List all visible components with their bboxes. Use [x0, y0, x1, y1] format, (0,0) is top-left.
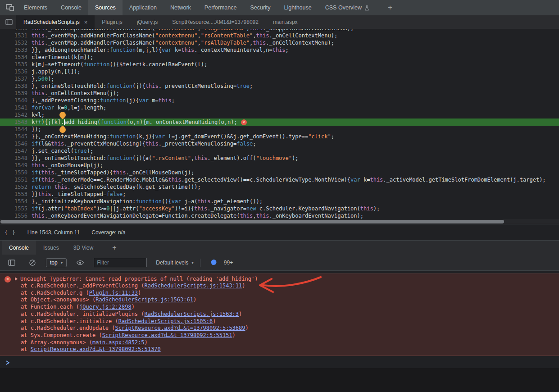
line-number[interactable]: 1548	[0, 155, 32, 162]
log-levels-dropdown[interactable]: Default levels ▾	[156, 260, 194, 266]
line-number[interactable]: 1534	[0, 54, 32, 61]
line-number[interactable]: 1550	[0, 169, 32, 176]
code-line-1553[interactable]: 1553}}this._timeSlotTapped=false;	[0, 191, 559, 198]
code-line-1539[interactable]: 1539this._onCellContextMenu(j);	[0, 90, 559, 97]
file-tab-radschedulerscripts-js[interactable]: RadSchedulerScripts.js×	[16, 15, 95, 29]
code-line-1546[interactable]: 1546if(l&&this._preventCtxMenuClosing){t…	[0, 140, 559, 147]
issues-icon[interactable]	[207, 259, 221, 266]
line-number[interactable]: 1540	[0, 97, 32, 104]
source-link[interactable]: ScriptResource.axd?d…&t=13798092:5:51370	[31, 346, 161, 352]
code-line-1545[interactable]: 1545}},_onContextMenuHiding:function(k,j…	[0, 133, 559, 140]
line-number[interactable]: 1537	[0, 75, 32, 82]
code-line-1544[interactable]: 1544});	[0, 126, 559, 133]
code-line-1534[interactable]: 1534clearTimeout(k[m]);	[0, 54, 559, 61]
line-number[interactable]: 1551	[0, 176, 32, 183]
source-link[interactable]: main.aspx:4852:5	[92, 339, 145, 346]
line-number[interactable]: 1546	[0, 140, 32, 147]
code-line-1549[interactable]: 1549this._onDocMouseUp(j);	[0, 162, 559, 169]
tab-console[interactable]: Console	[54, 0, 88, 15]
line-number[interactable]: 1552	[0, 183, 32, 191]
add-drawer-tab-button[interactable]: +	[107, 244, 122, 252]
line-number[interactable]: 1532	[0, 39, 32, 46]
horizontal-scrollbar[interactable]	[0, 219, 559, 224]
line-number[interactable]: 1541	[0, 104, 32, 111]
line-number[interactable]: 1543	[0, 119, 32, 126]
code-line-1556[interactable]: 1556this._onKeyboardEventNavigationDeleg…	[0, 212, 559, 219]
code-line-1532[interactable]: 1532this._eventMap.addHandlerForClassNam…	[0, 39, 559, 46]
tab-lighthouse[interactable]: Lighthouse	[277, 0, 318, 15]
line-number[interactable]: 1555	[0, 205, 32, 212]
line-number[interactable]: 1538	[0, 82, 32, 90]
console-sidebar-icon[interactable]	[5, 260, 19, 266]
file-tab-plugin-js[interactable]: Plugin.js	[95, 15, 129, 29]
source-link[interactable]: RadSchedulerScripts.js:1563:61	[95, 296, 193, 303]
context-selector[interactable]: top ▾	[46, 258, 67, 267]
line-number[interactable]: 1530	[0, 29, 32, 32]
scrollbar-thumb[interactable]	[0, 220, 504, 223]
source-link[interactable]: RadSchedulerScripts.js:1505:6	[118, 318, 213, 324]
pretty-print-icon[interactable]: { }	[5, 229, 16, 236]
code-line-1533[interactable]: 1533}},_addLongTouchHandler:function(m,j…	[0, 46, 559, 54]
code-editor[interactable]: 1530this._eventMap.addHandlerForClassNam…	[0, 29, 559, 224]
drawer-tab-issues[interactable]: Issues	[36, 241, 66, 255]
line-number[interactable]: 1539	[0, 90, 32, 97]
drawer-tab-console[interactable]: Console	[2, 241, 36, 255]
more-panels-button[interactable]: +	[382, 3, 398, 12]
tab-network[interactable]: Network	[164, 0, 198, 15]
code-line-1551[interactable]: 1551if(this._renderMode==c.RenderMode.Mo…	[0, 176, 559, 183]
tab-performance[interactable]: Performance	[198, 0, 244, 15]
code-line-1548[interactable]: 1548}},_onTimeSlotTouchEnd:function(j){a…	[0, 155, 559, 162]
line-number[interactable]: 1545	[0, 133, 32, 140]
code-line-1536[interactable]: 1536j.apply(n,[l]);	[0, 68, 559, 75]
issues-count[interactable]: 99+	[224, 260, 233, 266]
live-expression-eye-icon[interactable]	[73, 259, 87, 267]
tab-application[interactable]: Application	[123, 0, 164, 15]
code-line-1550[interactable]: 1550if(this._timeSlotTapped){this._onCel…	[0, 169, 559, 176]
file-tab-scriptresource-xm1-t-13798092[interactable]: ScriptResource....XM1&t=13798092	[165, 15, 266, 29]
clear-console-icon[interactable]	[25, 259, 40, 266]
line-number[interactable]: 1536	[0, 68, 32, 75]
source-link[interactable]: RadSchedulerScripts.js:1543:11	[145, 283, 242, 289]
filter-input[interactable]	[94, 258, 147, 267]
code-line-1543[interactable]: 1543k++){j[k].add_hiding(function(o,n){m…	[0, 119, 559, 126]
code-line-1537[interactable]: 1537},500);	[0, 75, 559, 82]
file-tab-jquery-js[interactable]: jQuery.js	[130, 15, 165, 29]
toggle-device-toolbar-icon[interactable]	[3, 4, 17, 11]
code-line-1530[interactable]: 1530this._eventMap.addHandlerForClassNam…	[0, 29, 559, 32]
code-line-1540[interactable]: 1540},_addPreventClosing:function(j){var…	[0, 97, 559, 104]
close-tab-icon[interactable]: ×	[84, 19, 88, 26]
line-number[interactable]: 1554	[0, 198, 32, 205]
code-line-1538[interactable]: 1538},_onTimeSlotTouchHold:function(j){t…	[0, 82, 559, 90]
code-line-1541[interactable]: 1541for(var k=0,l=j.length;	[0, 104, 559, 111]
expand-caret-icon[interactable]	[15, 277, 18, 281]
tab-css-overview[interactable]: CSS Overview	[318, 0, 376, 15]
code-line-1531[interactable]: 1531this._eventMap.addHandlerForClassNam…	[0, 32, 559, 39]
code-line-1542[interactable]: 1542k<l;	[0, 111, 559, 119]
source-link[interactable]: jQuery.js:2:2898	[79, 304, 132, 310]
line-number[interactable]: 1533	[0, 46, 32, 54]
toggle-navigator-icon[interactable]	[2, 15, 16, 29]
line-number[interactable]: 1549	[0, 162, 32, 169]
line-number[interactable]: 1544	[0, 126, 32, 133]
tab-elements[interactable]: Elements	[17, 0, 54, 15]
line-number[interactable]: 1531	[0, 32, 32, 39]
source-link[interactable]: ScriptResource.axd?d…&t=13798092:5:55151	[102, 332, 232, 338]
code-line-1555[interactable]: 1555if(j.attr("tabIndex")>=0||j.attr("ac…	[0, 205, 559, 212]
line-number[interactable]: 1547	[0, 147, 32, 155]
source-link[interactable]: Plugin.js:11:33	[89, 290, 138, 296]
line-number[interactable]: 1556	[0, 212, 32, 219]
tab-security[interactable]: Security	[243, 0, 277, 15]
console-prompt[interactable]	[0, 356, 559, 365]
line-number[interactable]: 1535	[0, 61, 32, 68]
drawer-tab-3d-view[interactable]: 3D View	[66, 241, 100, 255]
line-number[interactable]: 1553	[0, 191, 32, 198]
code-line-1554[interactable]: 1554},_initializeKeyboardNavigation:func…	[0, 198, 559, 205]
source-link[interactable]: ScriptResource.axd?d…&t=13798092:5:53689	[115, 325, 245, 331]
file-tab-main-aspx[interactable]: main.aspx	[266, 15, 305, 29]
tab-sources[interactable]: Sources	[88, 0, 123, 15]
code-line-1547[interactable]: 1547j.set_cancel(true);	[0, 147, 559, 155]
code-line-1552[interactable]: 1552return this._switchToSelectedDay(k.g…	[0, 183, 559, 191]
line-number[interactable]: 1542	[0, 111, 32, 119]
source-link[interactable]: RadSchedulerScripts.js:1563:3	[145, 311, 239, 317]
code-line-1535[interactable]: 1535k[m]=setTimeout(function(){$telerik.…	[0, 61, 559, 68]
